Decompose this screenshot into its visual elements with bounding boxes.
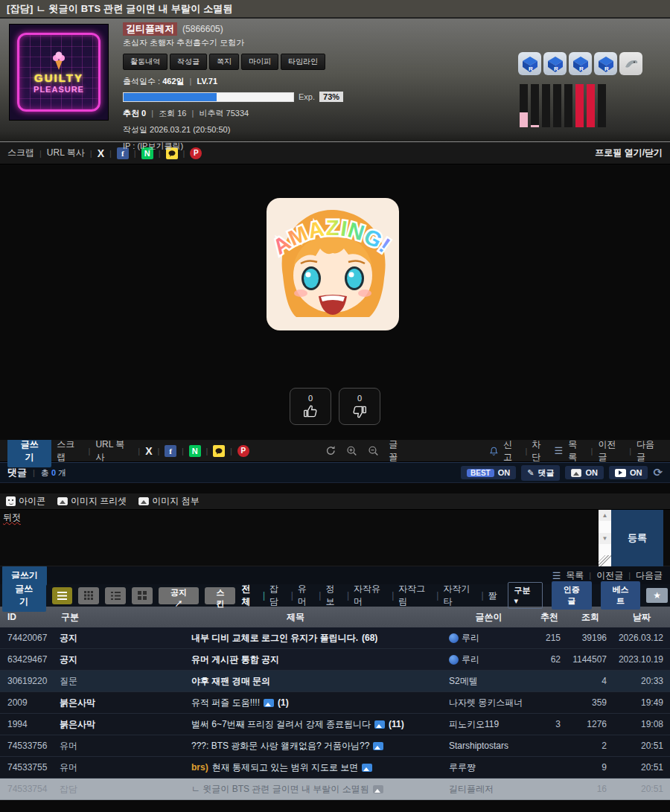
pinterest-share-icon[interactable]: P	[237, 445, 249, 457]
table-row[interactable]: 1994붉은사막벌써 6~7번째 프리징 걸려서 강제 종료됩니다(11)피노키…	[0, 714, 670, 735]
scrap-button[interactable]: 스크랩	[7, 147, 34, 159]
table-row[interactable]: 74533755유머brs)현재 통제되고 있는 범위 지도로 보면루루쨩920…	[0, 757, 670, 779]
naver-share-icon[interactable]: N	[189, 445, 201, 457]
next-post-link[interactable]: 다음글	[636, 438, 663, 464]
resize-handle[interactable]	[599, 555, 611, 566]
filter-2[interactable]: 유머	[298, 583, 315, 608]
skin-button[interactable]: 스킨	[205, 587, 235, 604]
scroll-down-icon[interactable]: ▼	[599, 533, 611, 544]
comment-video-toggle-button[interactable]: ON	[609, 466, 648, 479]
col-category: 구분	[60, 611, 145, 624]
table-row[interactable]: 74533754잡담ㄴ 윗글이 BTS 관련 글이면 내 부랄이 소멸됨길티플레…	[0, 779, 670, 800]
username[interactable]: 길티플레저	[123, 22, 177, 36]
icon-picker-button[interactable]: 아이콘	[6, 495, 45, 508]
post-title-text: 현재 통제되고 있는 범위 지도로 보면	[212, 761, 359, 774]
view-list-button[interactable]	[105, 587, 126, 604]
zoom-out-icon[interactable]	[368, 445, 379, 456]
image-attachment-icon	[373, 742, 383, 750]
favorite-star-button[interactable]: ★	[646, 588, 668, 603]
thumbs-down-button[interactable]: 0	[339, 388, 380, 425]
comments-refresh-icon[interactable]: ⟳	[653, 466, 663, 479]
view-card-button[interactable]	[132, 587, 153, 604]
verified-posts-button[interactable]: 인증글	[552, 581, 592, 610]
filter-1[interactable]: 잡담	[269, 583, 287, 608]
write-post-button[interactable]: 글쓰기	[2, 579, 46, 612]
filter-7[interactable]: 짤	[488, 589, 497, 602]
post-title-text: 벌써 6~7번째 프리징 걸려서 강제 종료됩니다	[191, 718, 371, 731]
best-toggle-button[interactable]: BEST ON	[461, 466, 516, 479]
profile-action-button[interactable]: 타임라인	[281, 54, 325, 70]
view-grid-button[interactable]	[78, 587, 99, 604]
comment-write-button[interactable]: ✎ 댓글	[521, 465, 560, 481]
prev-post-link[interactable]: 이전글	[598, 438, 624, 464]
table-row[interactable]: 74420067공지내부 디비 교체로 로그인 유지가 풀립니다.(68)루리2…	[0, 627, 670, 649]
col-title: 제목	[145, 611, 446, 624]
comment-input-area[interactable]: 뒤젓 ▲ ▼ 등록	[0, 510, 670, 566]
comment-input-text[interactable]: 뒤젓	[3, 511, 21, 524]
x-share-icon[interactable]: X	[145, 445, 152, 457]
url-copy-button[interactable]: URL 복사	[95, 438, 133, 464]
cell-date: 2026.03.12	[613, 633, 670, 643]
profile-toggle-button[interactable]: 프로필 열기/닫기	[595, 147, 663, 159]
author-name: 나자렛 몽키스패너	[449, 697, 523, 709]
thumbs-up-button[interactable]: 0	[290, 388, 331, 425]
x-share-icon[interactable]: X	[98, 147, 104, 159]
cell-author: S2메텔	[446, 675, 532, 688]
down-count: 0	[357, 394, 362, 403]
profile-action-button[interactable]: 쪽지	[209, 54, 239, 70]
col-author: 글쓴이	[446, 611, 532, 624]
table-row[interactable]: 63429467공지유머 게시판 통합 공지루리6211445072023.10…	[0, 649, 670, 671]
comment-image-toggle-button[interactable]: ON	[565, 466, 604, 479]
table-row[interactable]: 74533756유머???: BTS 광화문 사랑 왤캐없음? 거품아님??St…	[0, 735, 670, 757]
author-name: 피노키오119	[449, 718, 499, 731]
exp-row: Exp. 73%	[123, 92, 343, 102]
comment-count-badge: (1)	[278, 697, 289, 708]
cell-id: 74420067	[0, 633, 60, 643]
cell-title: ???: BTS 광화문 사랑 왤캐없음? 거품아님??	[145, 740, 446, 752]
kakao-share-icon[interactable]	[213, 445, 225, 457]
url-copy-button[interactable]: URL 복사	[47, 147, 85, 159]
refresh-icon[interactable]	[325, 445, 336, 456]
comment-submit-button[interactable]: 등록	[611, 510, 663, 566]
font-button[interactable]: 글꼴	[389, 438, 406, 464]
cell-title: 야후 재팬 경매 문의	[145, 675, 446, 688]
profile-action-button[interactable]: 마이피	[241, 54, 278, 70]
list-link[interactable]: 목록	[566, 569, 584, 582]
cell-category: 공지	[60, 653, 145, 666]
image-attach-button[interactable]: 이미지 첨부	[138, 495, 199, 508]
filter-5[interactable]: 자작그림	[398, 583, 432, 608]
comment-scrollbar[interactable]: ▲ ▼	[599, 510, 611, 566]
ip-row: IP : (IP보기클릭)	[123, 141, 343, 152]
scroll-up-icon[interactable]: ▲	[599, 510, 611, 521]
filter-6[interactable]: 자작기타	[443, 583, 476, 608]
post-title-text: ???: BTS 광화문 사랑 왤캐없음? 거품아님??	[191, 740, 369, 752]
profile-action-button[interactable]: 활동내역	[123, 54, 168, 70]
filter-3[interactable]: 정보	[325, 583, 342, 608]
category-select[interactable]: 구분 ▾	[508, 582, 543, 609]
block-button[interactable]: 차단	[532, 438, 549, 464]
zoom-in-icon[interactable]	[346, 445, 357, 456]
cell-title: brs)현재 통제되고 있는 범위 지도로 보면	[145, 761, 446, 774]
prev-post-link[interactable]: 이전글	[596, 569, 623, 582]
cell-title: 벌써 6~7번째 프리징 걸려서 강제 종료됩니다(11)	[145, 718, 446, 731]
list-link[interactable]: 목록	[568, 438, 585, 464]
notice-button[interactable]: 공지 ↗	[159, 587, 200, 604]
filter-all[interactable]: 전체	[241, 583, 258, 608]
image-preset-button[interactable]: 이미지 프리셋	[57, 495, 127, 508]
view-list-detail-button[interactable]	[52, 587, 73, 604]
ip-reveal-link[interactable]: (IP보기클릭)	[137, 141, 183, 150]
next-post-link[interactable]: 다음글	[636, 569, 663, 582]
activity-bar-chart	[520, 84, 606, 127]
table-row[interactable]: 30619220질문야후 재팬 경매 문의S2메텔420:33	[0, 671, 670, 692]
filter-4[interactable]: 자작유머	[354, 583, 387, 608]
dolphin-badge-icon	[619, 52, 642, 75]
author-name: Starshiptostars	[449, 741, 508, 751]
cell-author: 루리	[446, 653, 532, 666]
cell-views: 359	[567, 697, 613, 708]
scrap-button[interactable]: 스크랩	[57, 438, 83, 464]
facebook-share-icon[interactable]: f	[165, 445, 176, 457]
profile-action-button[interactable]: 작성글	[170, 54, 207, 70]
best-posts-button[interactable]: 베스트	[601, 581, 641, 610]
table-row[interactable]: 2009붉은사막유적 퍼즐 도움!!!!(1)나자렛 몽키스패너35919:49	[0, 692, 670, 714]
report-button[interactable]: 신고	[503, 438, 520, 464]
